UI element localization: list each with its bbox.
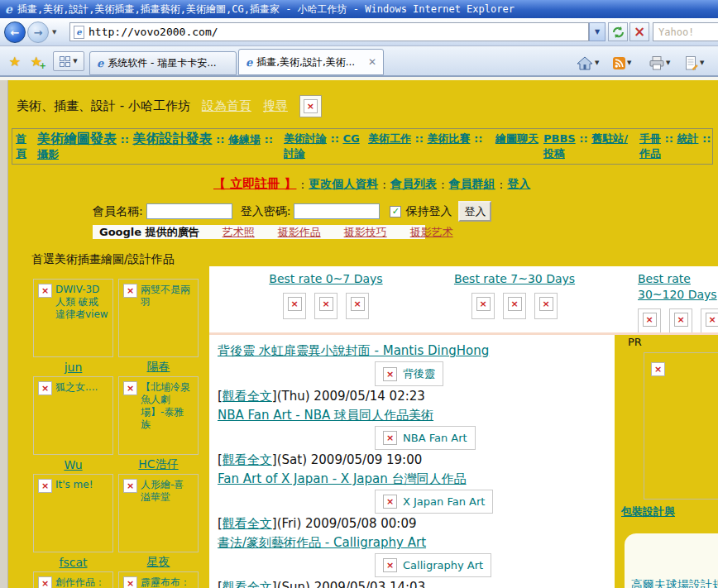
pr-ad-box: 高爾夫球場設計規劃: [625, 533, 718, 588]
tab-label: 系统软件 - 瑞星卡卡安...: [108, 56, 216, 70]
nav-link[interactable]: 美術繪圖發表: [37, 131, 117, 146]
thumbnail-frame[interactable]: [314, 293, 337, 319]
header-link[interactable]: 搜尋: [263, 98, 288, 114]
article-date: (Sun) 2009/05/03 14:03: [277, 580, 425, 588]
pr-golf-link[interactable]: 高爾夫球場設計規劃: [631, 578, 718, 588]
username-input[interactable]: [146, 203, 232, 219]
password-input[interactable]: [294, 203, 380, 219]
ad-link[interactable]: 摄影作品: [278, 225, 321, 240]
pr-packaging-link[interactable]: 包裝設計與: [621, 504, 675, 519]
artwork-thumbnail[interactable]: 人形繪-喜溢華堂: [118, 474, 199, 552]
thumbnail-frame[interactable]: [503, 293, 526, 319]
page-menu-button[interactable]: ▼: [686, 53, 704, 73]
nav-link[interactable]: 修練場: [228, 133, 261, 146]
login-row: 會員名稱: 登入密碼: 保持登入 登入: [93, 201, 491, 222]
read-full-link[interactable]: 觀看全文: [223, 516, 272, 531]
register-now-link[interactable]: 【 立即註冊 】: [213, 176, 296, 192]
article-image-frame[interactable]: 背後靈: [375, 361, 443, 386]
thumbnail-frame[interactable]: [346, 293, 369, 319]
thumbnail-frame[interactable]: [534, 293, 558, 319]
read-full-link[interactable]: 觀看全文: [223, 580, 272, 588]
pr-ad-frame[interactable]: [644, 352, 718, 500]
keep-login-checkbox[interactable]: [390, 206, 401, 218]
thumbnail-frame[interactable]: [471, 293, 495, 319]
favorites-star-icon[interactable]: ★: [5, 52, 25, 70]
article-image-frame[interactable]: Calligraphy Art: [375, 553, 491, 577]
artwork-thumbnail[interactable]: DWIV-3D 人類 破戒 違律者view: [33, 279, 113, 357]
artwork-thumbnail[interactable]: 兩雙不是兩羽: [118, 279, 199, 357]
thumbnail-frame[interactable]: [283, 293, 306, 319]
refresh-icon: [612, 26, 625, 38]
nav-link[interactable]: 統計: [677, 132, 698, 145]
artwork-thumbnail[interactable]: 創作作品：: [33, 571, 113, 588]
ad-link[interactable]: 艺术照: [223, 225, 255, 240]
register-link[interactable]: 會員列表: [390, 177, 437, 192]
read-full-link[interactable]: 觀看全文: [223, 452, 272, 467]
address-input[interactable]: [89, 26, 585, 38]
nav-link[interactable]: 繪圖聊天: [495, 132, 538, 145]
login-button[interactable]: 登入: [458, 201, 491, 222]
quick-tabs-button[interactable]: ▼: [53, 51, 84, 71]
artist-link[interactable]: fscat: [60, 556, 88, 569]
search-input[interactable]: [658, 26, 718, 38]
best-rate-link[interactable]: Best rate 0~7 Days: [269, 271, 382, 287]
stop-button[interactable]: ×: [629, 22, 649, 41]
broken-image-frame[interactable]: [299, 95, 322, 117]
read-full-link[interactable]: 觀看全文: [223, 389, 272, 404]
history-dropdown-icon[interactable]: ▼: [52, 29, 56, 36]
nav-link[interactable]: 美術設計發表: [132, 131, 212, 146]
nav-link[interactable]: 攝影: [37, 148, 59, 160]
nav-link[interactable]: 美術比賽: [427, 132, 470, 145]
artist-link[interactable]: jun: [65, 361, 83, 374]
artist-link[interactable]: Wu: [64, 458, 82, 471]
back-button[interactable]: ←: [4, 22, 26, 43]
article-title-link[interactable]: 背後靈 水虹扉靈異小說封面 - Mantis DingHong: [218, 342, 606, 359]
nav-separator: ::: [261, 133, 273, 146]
best-rate-band: Best rate 0~7 DaysBest rate 7~30 DaysBes…: [209, 266, 718, 332]
nav-link[interactable]: PBBS: [543, 132, 576, 145]
nav-link[interactable]: 作品: [639, 147, 661, 160]
nav-link[interactable]: 手冊: [639, 132, 661, 145]
article-title-link[interactable]: Fan Art of X Japan - X Japan 台灣同人作品: [218, 471, 606, 487]
thumbnail-frame[interactable]: [638, 308, 661, 335]
artwork-thumbnail[interactable]: 狐之女....: [33, 376, 113, 455]
nav-link[interactable]: 美術討論: [284, 132, 327, 145]
broken-image-icon: [123, 284, 137, 298]
artwork-thumbnail[interactable]: It's me!: [33, 474, 113, 552]
artwork-thumbnail[interactable]: 【北埔冷泉魚人劇場】-泰雅族: [118, 376, 199, 455]
article-title-link[interactable]: NBA Fan Art - NBA 球員同人作品美術: [218, 407, 606, 423]
add-favorite-icon[interactable]: ★+: [26, 52, 46, 70]
forward-button[interactable]: →: [27, 22, 49, 43]
close-tab-icon[interactable]: ✕: [368, 56, 376, 68]
artwork-thumbnail[interactable]: 霹靂布布：: [118, 571, 199, 588]
register-link[interactable]: 登入: [507, 177, 530, 192]
artwork-caption: 霹靂布布：: [141, 576, 190, 588]
article-image-frame[interactable]: NBA Fan Art: [375, 426, 476, 450]
refresh-button[interactable]: [608, 22, 628, 41]
thumbnail-frame[interactable]: [669, 308, 692, 335]
article-title-link[interactable]: 書法/篆刻藝術作品 - Calligraphy Art: [218, 534, 606, 551]
print-button[interactable]: ▼: [649, 53, 670, 73]
register-link[interactable]: 會員群組: [449, 177, 495, 192]
best-rate-link[interactable]: Best rate 7~30 Days: [454, 271, 575, 287]
header-link[interactable]: 設為首頁: [202, 98, 251, 114]
ad-link[interactable]: 摄影技巧: [344, 225, 387, 240]
feeds-button[interactable]: ▼: [613, 53, 631, 73]
ad-link[interactable]: 摄影艺术: [410, 225, 453, 240]
register-link[interactable]: 更改個人資料: [309, 177, 378, 192]
nav-link[interactable]: 美術工作: [368, 132, 411, 145]
artwork-caption: 【北埔冷泉魚人劇場】-泰雅族: [141, 381, 194, 431]
tab-rising-kaka[interactable]: e 系统软件 - 瑞星卡卡安...: [89, 51, 237, 75]
nav-link[interactable]: 首頁: [16, 132, 26, 160]
article-image-row: 背後靈: [375, 361, 606, 386]
artist-link[interactable]: 陽春: [147, 360, 170, 375]
artist-link[interactable]: 星夜: [147, 555, 170, 570]
best-rate-link[interactable]: Best rate 30~120 Days: [638, 271, 718, 303]
address-dropdown-button[interactable]: ▼: [589, 22, 606, 41]
tab-vovo2000-active[interactable]: e 插畫,美術,設計,美術... ✕: [238, 49, 384, 75]
nav-separator: ::: [661, 132, 677, 145]
thumbnail-frame[interactable]: [701, 308, 718, 335]
artist-link[interactable]: HC浩仔: [138, 457, 178, 472]
home-button[interactable]: ▼: [577, 53, 599, 73]
article-image-frame[interactable]: X Japan Fan Art: [375, 490, 493, 514]
